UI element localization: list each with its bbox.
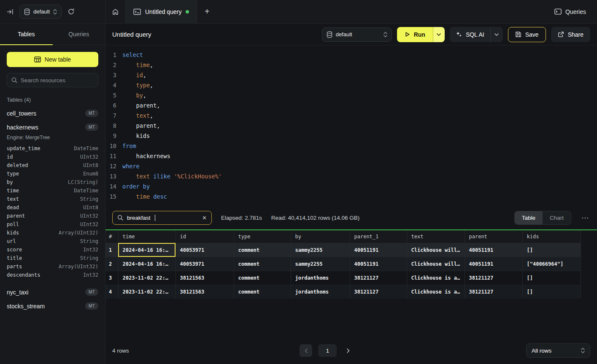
table-cell[interactable]: 2023-11-02 22:56… [118,271,176,285]
column-header[interactable]: text [407,230,465,243]
column-header[interactable]: # [105,230,118,243]
table-cell[interactable]: 40053971 [176,243,234,257]
code-line: 4 type, [105,80,597,90]
table-cell[interactable]: 40051191 [465,243,522,257]
main: Untitled query default Run [105,24,597,364]
table-cell[interactable]: Clickhouse will … [407,243,465,257]
column-header[interactable]: type [234,230,291,243]
table-cell[interactable]: sammy2255 [291,257,350,271]
queries-label: Queries [565,8,586,15]
table-cell[interactable]: Clickhouse will … [407,257,465,271]
table-cell[interactable]: 40051191 [350,243,407,257]
text-cursor [155,215,156,221]
table-row[interactable]: 42023-11-02 22:56…38121563commentjordant… [105,285,581,299]
table-cell[interactable]: [] [522,285,581,299]
code-line: 5 by, [105,90,597,100]
table-cell[interactable]: 38121127 [350,271,407,285]
table-cell[interactable]: 2024-04-16 16:24… [118,257,176,271]
share-button[interactable]: Share [551,27,590,42]
run-options-button[interactable] [433,27,445,42]
table-cell[interactable]: 38121563 [176,271,234,285]
column-header[interactable]: id [176,230,234,243]
query-database-selector[interactable]: default [322,27,392,42]
column-type: UInt32 [80,213,98,219]
column-header[interactable]: by [291,230,350,243]
table-cell[interactable]: jordanthoms [291,285,350,299]
results-search-input[interactable]: breakfast ✕ [112,211,212,225]
column-header[interactable]: time [118,230,176,243]
engine-badge: MT [85,124,98,131]
save-button[interactable]: Save [508,27,546,42]
column-row: update_timeDateTime [7,144,98,153]
current-page[interactable]: 1 [318,344,337,357]
sidebar-tab-queries[interactable]: Queries [53,24,105,45]
table-cell[interactable]: sammy2255 [291,243,350,257]
more-options-button[interactable]: ⋯ [581,213,590,222]
table-cell[interactable]: ["40066964"] [522,257,581,271]
page-size-value: All rows [532,348,551,354]
page-size-selector[interactable]: All rows [526,343,590,358]
prev-page-button[interactable] [300,344,312,357]
home-tab[interactable] [105,0,125,23]
table-cell[interactable]: Clickhouse is a … [407,271,465,285]
sql-editor[interactable]: 1select2 time,3 id,4 type,5 by,6 parent,… [105,46,597,206]
next-page-button[interactable] [343,344,354,357]
table-cell[interactable]: jordanthoms [291,271,350,285]
results-table: #timeidtypebyparent_1textparentkids 1202… [105,230,581,299]
column-header[interactable]: parent_1 [350,230,407,243]
table-cell[interactable]: 38121127 [350,285,407,299]
column-name: text [7,196,19,202]
view-chart-button[interactable]: Chart [543,211,571,224]
collapse-sidebar-button[interactable] [7,8,14,15]
table-cell[interactable]: 2024-04-16 16:24… [118,243,176,257]
query-tab-active[interactable]: Untitled query [125,0,197,23]
refresh-button[interactable] [68,8,75,15]
share-label: Share [568,31,583,38]
table-cell[interactable]: 40051191 [350,257,407,271]
queries-button[interactable]: Queries [543,0,597,23]
column-name: by [7,179,13,185]
column-header[interactable]: parent [465,230,522,243]
sidebar-table-stocks_stream[interactable]: stocks_streamMT [7,299,98,313]
code-line: 9 kids [105,131,597,141]
sidebar-tab-tables[interactable]: Tables [0,24,53,45]
sql-ai-button[interactable]: SQL AI [450,31,490,38]
table-cell[interactable]: 2023-11-02 22:56… [118,285,176,299]
table-cell[interactable]: comment [234,243,291,257]
sidebar-table-nyc_taxi[interactable]: nyc_taxiMT [7,285,98,299]
database-selector[interactable]: default [19,5,62,19]
table-cell[interactable]: 40053971 [176,257,234,271]
code-text: time, [116,60,153,70]
query-file-icon [133,8,141,15]
table-cell[interactable]: comment [234,285,291,299]
table-cell[interactable]: [] [522,243,581,257]
run-button[interactable]: Run [397,27,433,42]
table-cell[interactable]: [] [522,271,581,285]
table-cell[interactable]: Clickhouse is a … [407,285,465,299]
code-lines: 1select2 time,3 id,4 type,5 by,6 parent,… [105,50,597,202]
table-cell[interactable]: comment [234,257,291,271]
table-row[interactable]: 12024-04-16 16:24…40053971commentsammy22… [105,243,581,257]
column-header[interactable]: kids [522,230,581,243]
new-tab-button[interactable]: + [197,0,217,23]
collapse-sidebar-icon [7,8,14,15]
share-icon [558,31,564,38]
column-name: score [7,247,22,253]
sidebar-table-cell_towers[interactable]: cell_towersMT [7,106,98,120]
table-cell[interactable]: 38121127 [465,271,522,285]
table-row[interactable]: 32023-11-02 22:56…38121563commentjordant… [105,271,581,285]
view-table-button[interactable]: Table [515,211,543,224]
new-table-button[interactable]: New table [7,52,98,67]
column-name: time [7,188,19,194]
table-cell[interactable]: 40051191 [465,257,522,271]
table-row[interactable]: 22024-04-16 16:24…40053971commentsammy22… [105,257,581,271]
table-cell[interactable]: 38121127 [465,285,522,299]
table-cell[interactable]: comment [234,271,291,285]
clear-search-button[interactable]: ✕ [202,215,207,221]
resource-search-input[interactable] [21,77,94,84]
body: Tables Queries New table Tables (4) cell… [0,24,597,364]
table-cell[interactable]: 38121563 [176,285,234,299]
column-type: Int32 [83,247,98,253]
sidebar-table-hackernews[interactable]: hackernewsMT [7,120,98,134]
sql-ai-options-button[interactable] [490,27,503,42]
